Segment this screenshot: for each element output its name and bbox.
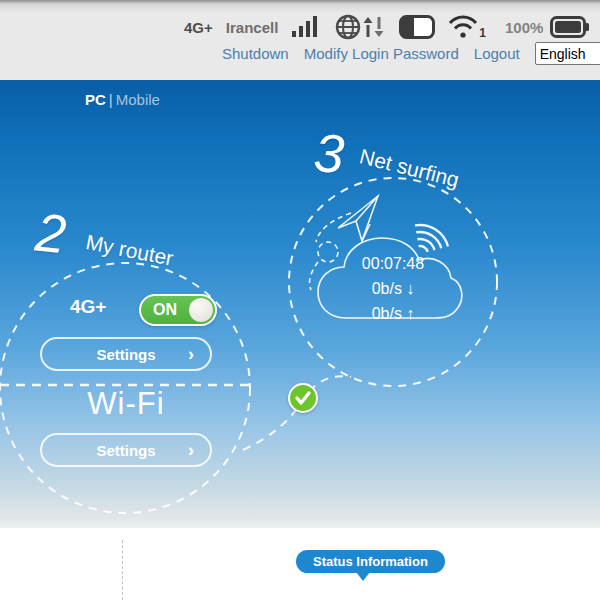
router-step-number: 2 xyxy=(33,205,69,262)
status-information-tab[interactable]: Status Information xyxy=(296,550,445,573)
toggle-state-label: ON xyxy=(153,301,177,319)
main-dashboard-area: PC|Mobile 2 My router 4G+ ON Settings › … xyxy=(0,80,600,528)
updown-arrows-icon xyxy=(364,17,384,37)
wifi-client-count: 1 xyxy=(479,26,486,40)
wifi-settings-label: Settings xyxy=(96,442,155,459)
network-settings-label: Settings xyxy=(96,346,155,363)
footer-dashed-divider xyxy=(122,540,123,600)
footer-area: Status Information xyxy=(0,528,600,600)
toggle-knob[interactable] xyxy=(189,298,213,322)
status-pointer-icon xyxy=(356,572,370,581)
view-mobile-link[interactable]: Mobile xyxy=(116,91,160,108)
wifi-clients-indicator: 1 xyxy=(448,14,486,40)
wifi-icon xyxy=(448,14,478,40)
uptime-value: 00:07:48 xyxy=(320,251,466,276)
chevron-right-icon: › xyxy=(188,441,194,459)
modify-login-password-link[interactable]: Modify Login Password xyxy=(304,45,459,62)
download-rate-value: 0b/s ↓ xyxy=(320,276,466,301)
net-step-number: 3 xyxy=(312,125,346,181)
network-on-toggle[interactable]: ON xyxy=(139,294,217,326)
internet-globe-icon xyxy=(334,13,386,41)
paper-plane-icon xyxy=(338,196,378,241)
signal-strength-icon xyxy=(291,15,321,39)
status-indicators-row: 4G+ Irancell xyxy=(184,13,590,41)
view-pc-link[interactable]: PC xyxy=(85,91,106,108)
upload-rate-value: 0b/s ↑ xyxy=(320,301,466,326)
battery-icon xyxy=(550,15,590,39)
chevron-right-icon: › xyxy=(188,345,194,363)
network-settings-button[interactable]: Settings › xyxy=(40,337,212,371)
cloud-signal-waves-icon xyxy=(415,225,448,252)
connected-check-icon xyxy=(288,383,318,413)
wifi-section-title: Wi-Fi xyxy=(40,386,212,422)
topbar-actions-row: Shutdown Modify Login Password Logout En… xyxy=(222,42,600,65)
sim-card-icon xyxy=(399,15,435,39)
language-select[interactable]: English xyxy=(535,42,600,65)
network-4g-label: 4G+ xyxy=(70,296,106,318)
shutdown-link[interactable]: Shutdown xyxy=(222,45,289,62)
network-type-label: 4G+ xyxy=(184,19,213,36)
logout-link[interactable]: Logout xyxy=(474,45,520,62)
carrier-name-label: Irancell xyxy=(226,19,279,36)
view-switch: PC|Mobile xyxy=(85,91,160,108)
wifi-settings-button[interactable]: Settings › xyxy=(40,433,212,467)
connection-stats: 00:07:48 0b/s ↓ 0b/s ↑ xyxy=(320,251,466,326)
router-dashboard-page: 4G+ Irancell xyxy=(0,0,600,600)
status-topbar: 4G+ Irancell xyxy=(0,0,600,80)
battery-percent-label: 100% xyxy=(505,19,543,36)
view-divider: | xyxy=(109,91,113,108)
